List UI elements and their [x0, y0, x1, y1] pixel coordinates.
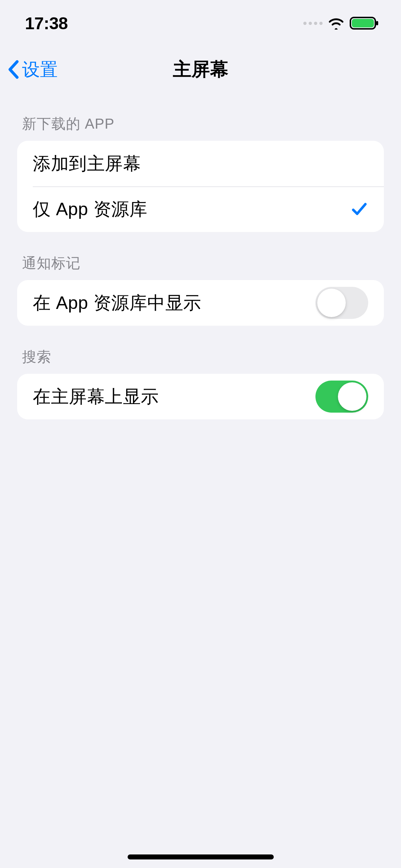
group-badges: 在 App 资源库中显示: [17, 280, 384, 326]
status-bar: 17:38: [0, 0, 401, 46]
wifi-icon: [328, 17, 345, 30]
section-header-badges: 通知标记: [17, 232, 384, 280]
section-header-new-apps: 新下载的 APP: [17, 93, 384, 141]
nav-bar: 设置 主屏幕: [0, 46, 401, 93]
back-label: 设置: [22, 58, 58, 82]
status-right: [303, 16, 380, 30]
toggle-show-on-home[interactable]: [315, 381, 368, 413]
row-label: 仅 App 资源库: [33, 197, 147, 221]
row-label: 在主屏幕上显示: [33, 385, 159, 409]
svg-rect-2: [376, 21, 378, 25]
row-show-in-app-library: 在 App 资源库中显示: [17, 280, 384, 326]
svg-rect-1: [352, 19, 374, 27]
signal-dots-icon: [303, 22, 323, 25]
checkmark-icon: [350, 200, 368, 218]
option-add-to-home[interactable]: 添加到主屏幕: [17, 141, 384, 186]
group-search: 在主屏幕上显示: [17, 374, 384, 419]
page-title: 主屏幕: [173, 57, 228, 82]
toggle-knob: [338, 382, 366, 411]
row-label: 在 App 资源库中显示: [33, 291, 201, 315]
option-app-library-only[interactable]: 仅 App 资源库: [17, 186, 384, 232]
row-show-on-home: 在主屏幕上显示: [17, 374, 384, 419]
status-time: 17:38: [25, 14, 68, 33]
toggle-show-in-app-library[interactable]: [315, 287, 368, 319]
back-button[interactable]: 设置: [7, 58, 58, 82]
battery-icon: [350, 16, 380, 30]
toggle-knob: [317, 289, 346, 317]
home-indicator[interactable]: [128, 854, 274, 859]
section-header-search: 搜索: [17, 326, 384, 374]
group-new-apps: 添加到主屏幕 仅 App 资源库: [17, 141, 384, 232]
row-label: 添加到主屏幕: [33, 152, 141, 176]
chevron-left-icon: [7, 60, 20, 79]
